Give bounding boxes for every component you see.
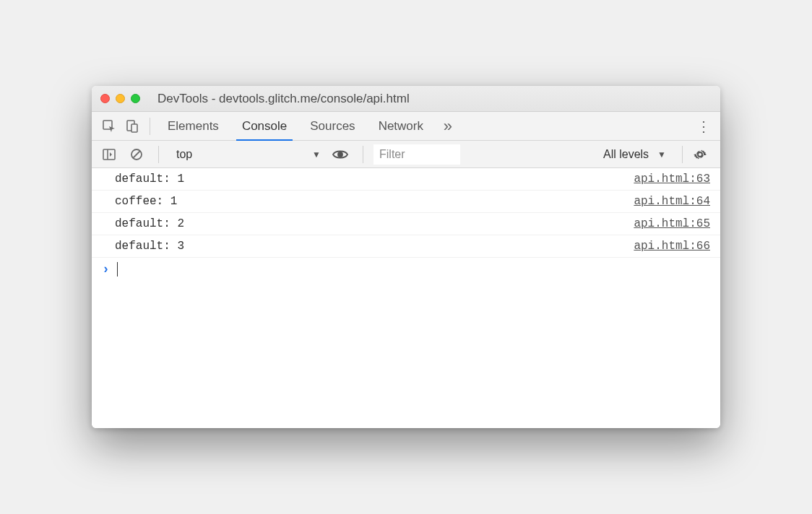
clear-console-icon[interactable]	[127, 145, 146, 164]
devtools-window: DevTools - devtools.glitch.me/console/ap…	[92, 86, 720, 428]
log-message: coffee: 1	[115, 195, 177, 208]
close-window-button[interactable]	[100, 94, 110, 103]
log-source-link[interactable]: api.html:66	[634, 240, 710, 253]
console-settings-icon[interactable]	[693, 147, 714, 162]
tabs-overflow-icon[interactable]: »	[438, 117, 458, 136]
log-row: coffee: 1 api.html:64	[92, 191, 720, 213]
log-source-link[interactable]: api.html:64	[634, 195, 710, 208]
toolbar-divider	[158, 146, 159, 163]
text-cursor	[117, 262, 118, 276]
log-row: default: 3 api.html:66	[92, 235, 720, 258]
log-message: default: 2	[115, 217, 184, 230]
titlebar: DevTools - devtools.glitch.me/console/ap…	[92, 86, 720, 112]
console-toolbar: top ▼ All levels ▼	[92, 141, 720, 168]
execution-context-select[interactable]: top ▼	[169, 146, 328, 163]
svg-rect-2	[131, 124, 137, 132]
chevron-down-icon: ▼	[312, 149, 321, 160]
log-row: default: 2 api.html:65	[92, 213, 720, 235]
tab-network[interactable]: Network	[367, 112, 435, 140]
console-output: default: 1 api.html:63 coffee: 1 api.htm…	[92, 168, 720, 428]
tab-console[interactable]: Console	[230, 112, 298, 140]
chevron-down-icon: ▼	[657, 149, 666, 160]
tab-sources[interactable]: Sources	[298, 112, 366, 140]
panel-tabs: Elements Console Sources Network	[156, 112, 435, 140]
toggle-sidebar-icon[interactable]	[100, 145, 118, 164]
toolbar-divider	[150, 118, 150, 135]
context-label: top	[176, 148, 192, 161]
toolbar-divider	[682, 146, 683, 163]
minimize-window-button[interactable]	[116, 94, 125, 103]
inspect-element-icon[interactable]	[100, 117, 118, 136]
log-source-link[interactable]: api.html:63	[634, 173, 710, 186]
device-toolbar-icon[interactable]	[123, 117, 142, 136]
tab-label: Elements	[168, 119, 219, 134]
traffic-lights	[100, 94, 140, 103]
filter-input[interactable]	[373, 144, 460, 165]
svg-point-7	[338, 152, 342, 157]
svg-rect-3	[103, 149, 115, 160]
tab-label: Console	[242, 119, 287, 134]
tab-label: Network	[379, 119, 423, 134]
toolbar-divider	[363, 146, 363, 163]
tab-label: Sources	[310, 119, 355, 134]
levels-label: All levels	[603, 148, 649, 161]
main-toolbar: Elements Console Sources Network » ⋮	[92, 112, 720, 141]
window-title: DevTools - devtools.glitch.me/console/ap…	[150, 92, 712, 106]
zoom-window-button[interactable]	[131, 94, 140, 103]
tab-elements[interactable]: Elements	[156, 112, 230, 140]
prompt-caret-icon: ›	[102, 262, 110, 276]
log-message: default: 3	[115, 240, 184, 253]
svg-line-6	[133, 151, 140, 158]
log-levels-select[interactable]: All levels ▼	[597, 148, 672, 161]
log-message: default: 1	[115, 173, 184, 186]
log-source-link[interactable]: api.html:65	[634, 217, 710, 230]
more-options-icon[interactable]: ⋮	[693, 118, 714, 135]
log-row: default: 1 api.html:63	[92, 168, 720, 191]
live-expression-icon[interactable]	[332, 149, 353, 160]
console-prompt[interactable]: ›	[92, 258, 720, 281]
